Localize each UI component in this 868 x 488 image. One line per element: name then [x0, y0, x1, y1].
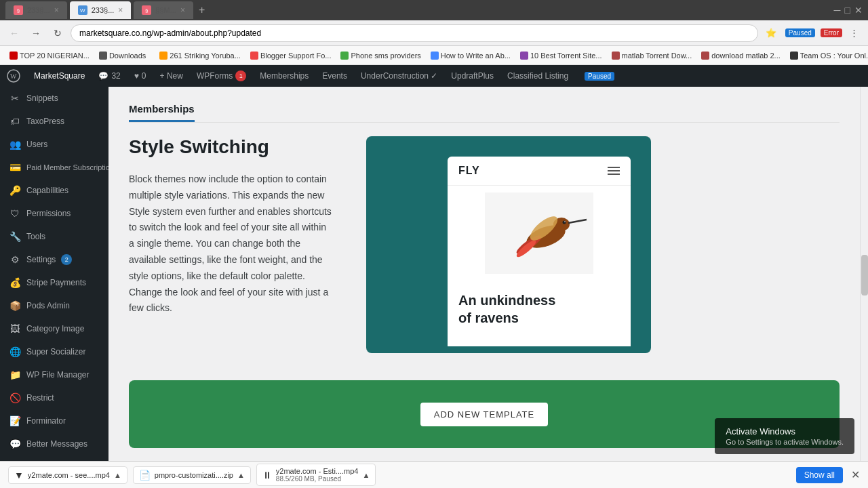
adminbar-paused[interactable]: Paused — [575, 65, 621, 87]
bookmark-matlab2[interactable]: download matlab 2... — [697, 49, 785, 62]
bookmark-yoruba[interactable]: 261 Striking Yoruba... — [155, 49, 245, 62]
section-body-text: Block themes now include the option to c… — [129, 171, 332, 317]
adminbar-updraftplus[interactable]: UpdraftPlus — [444, 65, 500, 87]
taxopress-icon: 🏷 — [9, 115, 21, 127]
tab-favicon-2: W — [78, 5, 87, 15]
sidebar-item-users[interactable]: 👥 Users — [0, 133, 108, 156]
download-icon-1: ▼ — [14, 470, 24, 481]
show-all-button[interactable]: Show all — [796, 467, 843, 483]
extensions-button[interactable]: ⭐ — [762, 24, 780, 42]
scrollbar-thumb[interactable] — [861, 255, 868, 296]
bookmark-icon-downloads — [99, 52, 107, 60]
browser-tab-1[interactable]: § 233§... × — [5, 1, 67, 19]
bookmark-blogger[interactable]: Blogger Support Fo... — [246, 49, 336, 62]
fly-logo: FLY — [458, 165, 480, 177]
settings-icon: ⚙ — [9, 253, 21, 266]
adminbar-site[interactable]: MarketSquare — [27, 65, 92, 87]
browser-chrome: § 233§... × W 233§... × § §§M... × + ─ □… — [0, 0, 868, 20]
activate-windows-subtitle: Go to Settings to activate Windows. — [726, 438, 844, 446]
svg-point-9 — [564, 221, 566, 222]
download-chevron-2[interactable]: ▲ — [237, 471, 245, 479]
section-heading: Style Switching — [129, 136, 339, 158]
download-item-2[interactable]: 📄 pmpro-customizati....zip ▲ — [133, 466, 251, 484]
sidebar-item-restrict[interactable]: 🚫 Restrict — [0, 386, 108, 409]
adminbar-events[interactable]: Events — [315, 65, 354, 87]
browser-tab-3[interactable]: § §§M... × — [134, 1, 193, 19]
wp-logo[interactable]: W — [0, 65, 27, 87]
tab-close-2[interactable]: × — [118, 5, 123, 15]
sidebar-item-stripe[interactable]: 💰 Stripe Payments — [0, 271, 108, 294]
adminbar-likes[interactable]: ♥ 0 — [127, 65, 153, 87]
sidebar-item-paid-member[interactable]: 💳 Paid Member Subscriptions 1 — [0, 156, 108, 179]
fly-menu-icon — [608, 167, 620, 175]
download-item-3[interactable]: ⏸ y2mate.com - Esti....mp4 88.5/260 MB, … — [256, 464, 376, 486]
tab-label-3: §§M... — [155, 6, 176, 14]
sidebar-label-pods: Pods Admin — [26, 301, 70, 310]
sidebar-item-wp-file-manager[interactable]: 📁 WP File Manager — [0, 363, 108, 386]
bookmark-downloads[interactable]: Downloads — [95, 49, 150, 62]
new-tab-button[interactable]: + — [196, 4, 208, 16]
sidebar-item-snippets[interactable]: ✂ Snippets — [0, 87, 108, 110]
browser-tab-2[interactable]: W 233§... × — [70, 1, 132, 19]
sidebar-item-pods[interactable]: 📦 Pods Admin — [0, 294, 108, 317]
bookmark-top20[interactable]: TOP 20 NIGERIAN... — [5, 49, 94, 62]
adminbar-underconstruction[interactable]: UnderConstruction ✓ — [354, 65, 444, 87]
bookmark-torrent[interactable]: 10 Best Torrent Site... — [516, 49, 606, 62]
adminbar-wpforms[interactable]: WPForms 1 — [190, 65, 253, 87]
svg-line-4 — [568, 220, 587, 223]
adminbar-memberships[interactable]: Memberships — [253, 65, 315, 87]
forward-button[interactable]: → — [27, 24, 45, 42]
adminbar-comments[interactable]: 💬 32 — [92, 65, 127, 87]
sidebar-label-stripe: Stripe Payments — [26, 278, 86, 287]
bookmark-howto[interactable]: How to Write an Ab... — [427, 49, 515, 62]
close-download-bar-button[interactable]: ✕ — [851, 468, 860, 481]
download-chevron-1[interactable]: ▲ — [114, 471, 121, 479]
tab-close-3[interactable]: × — [180, 5, 185, 15]
sidebar-item-permissions[interactable]: 🛡 Permissions — [0, 202, 108, 225]
reload-button[interactable]: ↻ — [49, 24, 66, 42]
scrollbar[interactable] — [860, 87, 868, 461]
restrict-icon: 🚫 — [9, 392, 21, 404]
memberships-nav-tab[interactable]: Memberships — [129, 103, 195, 122]
sidebar-label-snippets: Snippets — [26, 94, 58, 103]
content-left: Style Switching Block themes now include… — [129, 136, 339, 317]
sidebar-item-taxopress[interactable]: 🏷 TaxoPress — [0, 110, 108, 133]
bookmark-matlab[interactable]: matlab Torrent Dow... — [608, 49, 696, 62]
sidebar-label-users: Users — [26, 140, 47, 149]
forminator-icon: 📝 — [9, 415, 21, 427]
sidebar-label-settings: Settings — [26, 255, 56, 264]
menu-button[interactable]: ⋮ — [845, 24, 863, 42]
sidebar-item-category-image[interactable]: 🖼 Category Image — [0, 317, 108, 340]
activate-windows-overlay: Activate Windows Go to Settings to activ… — [715, 418, 854, 454]
sidebar-item-settings[interactable]: ⚙ Settings 2 — [0, 248, 108, 271]
minimize-button[interactable]: ─ — [834, 5, 841, 16]
adminbar-right: Paused — [575, 65, 621, 87]
adminbar-classified[interactable]: Classified Listing — [500, 65, 575, 87]
sidebar-item-tools[interactable]: 🔧 Tools — [0, 225, 108, 248]
address-bar[interactable] — [71, 24, 758, 42]
tools-icon: 🔧 — [9, 230, 21, 243]
sidebar-item-forminator[interactable]: 📝 Forminator — [0, 409, 108, 432]
sidebar-item-better-messages[interactable]: 💬 Better Messages — [0, 432, 108, 455]
bookmarks-bar: TOP 20 NIGERIAN... Downloads 261 Strikin… — [0, 46, 868, 65]
sidebar-item-super-socializer[interactable]: 🌐 Super Socializer — [0, 340, 108, 363]
sidebar-label-super-socializer: Super Socializer — [26, 347, 85, 357]
back-button[interactable]: ← — [5, 24, 23, 42]
tab-favicon-1: § — [14, 5, 23, 15]
sidebar-item-capabilities[interactable]: 🔑 Capabilities — [0, 179, 108, 202]
download-item-1[interactable]: ▼ y2mate.com - see....mp4 ▲ — [8, 466, 127, 484]
bookmark-icon-top20 — [9, 52, 18, 60]
bookmark-teamos[interactable]: Team OS : Your Onl... — [786, 49, 868, 62]
close-button[interactable]: ✕ — [854, 5, 863, 16]
sidebar-item-limit-login[interactable]: 🔒 Limit Login Attempts — [0, 455, 108, 461]
fly-headline: An unkindness of ravens — [458, 291, 620, 327]
users-icon: 👥 — [9, 138, 21, 150]
add-template-button[interactable]: ADD NEW TEMPLATE — [420, 403, 548, 426]
bookmark-phone[interactable]: Phone sms providers — [336, 49, 425, 62]
maximize-button[interactable]: □ — [845, 5, 850, 16]
adminbar-new[interactable]: + New — [153, 65, 190, 87]
download-chevron-3[interactable]: ▲ — [363, 471, 370, 479]
bookmark-icon-matlab — [612, 52, 620, 60]
tab-close-1[interactable]: × — [54, 5, 59, 15]
bookmark-icon-phone — [340, 52, 349, 60]
